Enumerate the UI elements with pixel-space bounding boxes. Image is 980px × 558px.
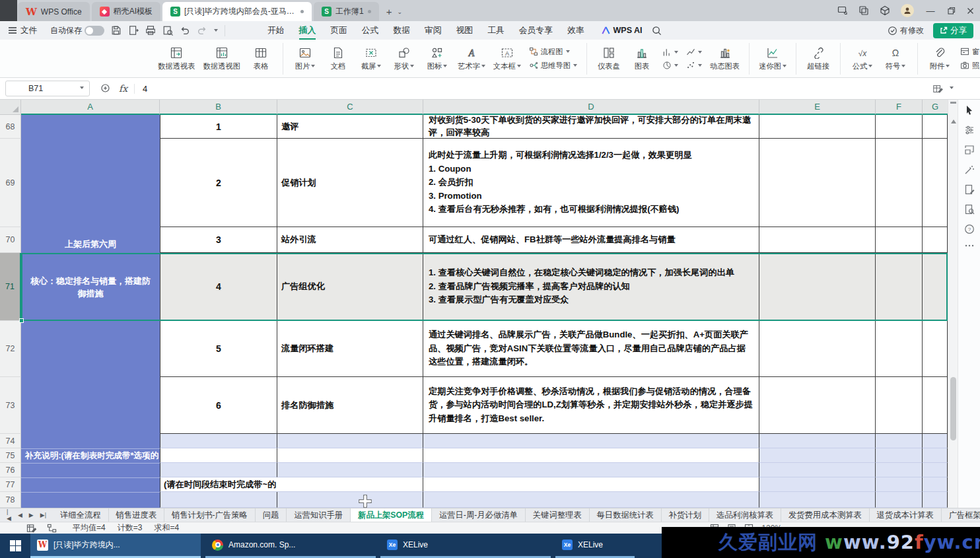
cell-b-note[interactable]: (请在时间段结束时完成带~的 — [160, 477, 277, 492]
row-header[interactable]: 75 — [0, 448, 21, 463]
cell-empty[interactable] — [923, 463, 948, 477]
export-icon[interactable] — [128, 25, 139, 36]
next-sheet-button[interactable]: ▶ — [29, 512, 34, 518]
cell-seq-active[interactable]: 4 — [160, 253, 277, 321]
tab-member[interactable]: 会员专享 — [513, 22, 559, 39]
cell-item[interactable]: 邀评 — [277, 115, 423, 139]
new-tab-button[interactable]: + — [386, 6, 392, 17]
pivot-table-button[interactable]: 数据透视表 — [155, 43, 197, 75]
col-header-d[interactable]: D — [423, 100, 759, 115]
print-preview-icon[interactable] — [162, 25, 173, 36]
first-sheet-button[interactable]: |◀ — [7, 508, 11, 522]
sheet-tab[interactable]: 关键词整理表 — [526, 508, 590, 522]
tab-tools[interactable]: 工具 — [481, 22, 510, 39]
cell-empty[interactable] — [923, 227, 948, 253]
cell-empty[interactable] — [277, 448, 423, 463]
cell-detail[interactable]: 此时处于流量上升期，可根据利润情况选择1/2/3一起做，效果更明显 1. Cou… — [423, 139, 759, 227]
scatter-chart-dropdown[interactable] — [686, 61, 702, 70]
cell-empty[interactable] — [876, 139, 923, 227]
cell-a-week-label[interactable]: 上架后第六周 — [21, 115, 160, 253]
sheet-tab[interactable]: 发货费用成本测算表 — [781, 508, 870, 522]
document-button[interactable]: 文档 — [323, 43, 353, 75]
cell-empty[interactable] — [759, 448, 876, 463]
layout-return-icon[interactable] — [964, 145, 975, 155]
column-chart-dropdown[interactable] — [662, 48, 678, 57]
cell-empty[interactable] — [759, 377, 876, 434]
prev-sheet-button[interactable]: ◀ — [18, 512, 22, 518]
apps-cube-icon[interactable] — [880, 5, 890, 16]
name-box-chevron-icon[interactable] — [80, 87, 84, 91]
sheet-tab[interactable]: 详细全流程 — [53, 508, 108, 522]
cell-a-core-label[interactable]: 核心：稳定排名与销量，搭建防御措施 — [21, 253, 160, 321]
help-icon[interactable]: ? — [964, 224, 975, 234]
tab-view[interactable]: 视图 — [450, 22, 479, 39]
form-button[interactable]: 窗体 — [960, 47, 980, 57]
share-button[interactable]: 分享 — [933, 23, 973, 38]
cell-empty[interactable] — [876, 448, 923, 463]
cell-empty[interactable] — [876, 434, 923, 448]
cell-empty[interactable] — [160, 434, 277, 448]
cell-empty[interactable] — [160, 492, 277, 508]
col-header-g[interactable]: G — [923, 100, 948, 115]
row-header[interactable]: 78 — [0, 492, 21, 508]
cell-detail[interactable]: 对收到货5-30天下单收到货的买家进行邀评加快回评，可安排大部分的订单在周末邀评… — [423, 115, 759, 139]
signature-doc-icon[interactable] — [964, 184, 975, 195]
cell-empty[interactable] — [923, 115, 948, 139]
more-tools-icon[interactable] — [964, 244, 975, 248]
cell-item[interactable]: 排名防御措施 — [277, 377, 423, 434]
cell-empty[interactable] — [759, 477, 876, 492]
cell-empty[interactable] — [876, 253, 923, 321]
pivot-chart-button[interactable]: 数据透视图 — [200, 43, 242, 75]
cell-empty[interactable] — [423, 434, 759, 448]
tab-wps-home[interactable]: W WPS Office — [18, 2, 90, 21]
workspace-icon[interactable] — [858, 5, 869, 16]
tab-data[interactable]: 数据 — [387, 22, 416, 39]
row-header-selected[interactable]: 71 — [0, 253, 21, 321]
cell-empty[interactable] — [759, 321, 876, 377]
scrollbar-thumb[interactable] — [950, 377, 956, 440]
undo-icon[interactable] — [180, 25, 190, 36]
cell-empty[interactable] — [759, 492, 876, 508]
print-icon[interactable] — [145, 25, 156, 36]
table-edit-icon[interactable] — [932, 84, 943, 94]
wps-ai-button[interactable]: WPS AI — [601, 26, 643, 35]
cell-empty[interactable] — [876, 227, 923, 253]
cell-empty[interactable] — [277, 463, 423, 477]
row-header[interactable]: 73 — [0, 377, 21, 434]
screenshot-button[interactable]: 截屏 — [356, 43, 386, 75]
cell-empty[interactable] — [423, 477, 759, 492]
textbox-button[interactable]: A 文本框 — [491, 43, 524, 75]
tab-list-chevron-icon[interactable]: ⌄ — [397, 9, 402, 15]
row-header[interactable]: 69 — [0, 139, 21, 227]
cell-empty[interactable] — [759, 463, 876, 477]
user-avatar[interactable] — [901, 4, 914, 17]
line-chart-dropdown[interactable] — [686, 48, 702, 57]
pie-chart-dropdown[interactable] — [662, 61, 678, 70]
cell-empty[interactable] — [876, 463, 923, 477]
tab-workbook1[interactable]: S 工作簿1 — [314, 2, 379, 21]
cell-empty[interactable] — [423, 492, 759, 508]
taskbar-item-chrome[interactable]: Amazon.com. Sp... — [205, 534, 376, 558]
row-header[interactable]: 77 — [0, 477, 21, 492]
icons-button[interactable]: 图标 — [422, 43, 452, 75]
restore-button[interactable] — [947, 7, 956, 15]
last-sheet-button[interactable]: ▶| — [40, 512, 46, 518]
magnifier-icon[interactable] — [100, 83, 111, 94]
tab-efficiency[interactable]: 效率 — [561, 22, 590, 39]
select-all-corner[interactable] — [0, 100, 21, 115]
cell-empty[interactable] — [923, 477, 948, 492]
fx-button[interactable]: fx — [119, 83, 127, 94]
cell-seq[interactable]: 1 — [160, 115, 277, 139]
wordart-button[interactable]: A 艺术字 — [455, 43, 488, 75]
cell-empty[interactable] — [923, 253, 948, 321]
tab-page[interactable]: 页面 — [324, 22, 353, 39]
chart-button[interactable]: 图表 — [627, 43, 657, 75]
formula-input-value[interactable]: 4 — [134, 84, 147, 94]
shapes-button[interactable]: 形状 — [389, 43, 419, 75]
search-icon[interactable] — [652, 26, 662, 36]
col-header-b[interactable]: B — [160, 100, 277, 115]
table-pencil-icon[interactable] — [26, 524, 36, 533]
taskbar-item-xelive-1[interactable]: Xe XELive — [380, 534, 551, 558]
cell-empty[interactable] — [277, 477, 423, 492]
scroll-up-arrow[interactable] — [951, 117, 956, 123]
